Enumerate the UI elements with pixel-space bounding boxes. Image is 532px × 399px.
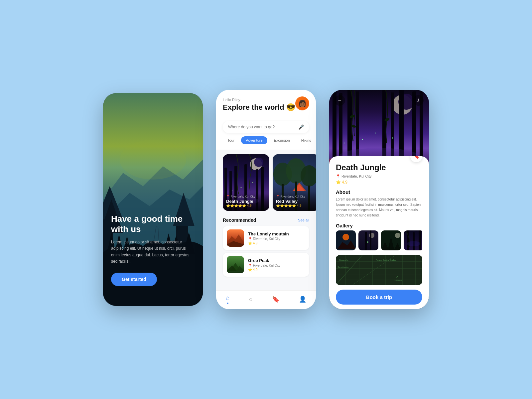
svg-point-26 <box>232 191 233 191</box>
card-overlay: 📍 Riverdale, Kul City Death Jungle ⭐⭐⭐⭐⭐… <box>223 192 269 211</box>
rec-name-1: The Lonely moutain <box>248 231 305 236</box>
svg-text:Constitución: Constitución <box>337 266 348 268</box>
svg-rect-70 <box>365 232 367 250</box>
gallery-title: Gallery <box>336 223 422 228</box>
gallery-row <box>336 230 422 250</box>
search-icon: ○ <box>249 296 253 303</box>
detail-hero: ← ⤴ <box>329 90 429 163</box>
recommended-title: Recommended <box>223 217 256 223</box>
rec-loc-2: 📍 Riverdale, Kul City <box>248 264 305 267</box>
card-red-valley[interactable]: 📍 Riverdale, Kul City Red Valley ⭐⭐⭐⭐⭐ 4… <box>273 154 316 211</box>
detail-topbar: ← ⤴ <box>334 95 424 106</box>
active-indicator <box>227 303 228 304</box>
svg-text:Parque Central Stadium: Parque Central Stadium <box>376 259 397 261</box>
rec-rating-1: ⭐ 4.9 <box>248 241 305 245</box>
onboarding-content: Have a good time with us Lorem ipsum dol… <box>111 214 195 286</box>
place-name: Death Jungle <box>336 163 422 172</box>
svg-point-69 <box>369 233 374 238</box>
share-button[interactable]: ⤴ <box>413 95 424 106</box>
svg-text:BLANQUE...: BLANQUE... <box>394 279 403 281</box>
card-overlay-2: 📍 Riverdale, Kul City Red Valley ⭐⭐⭐⭐⭐ 4… <box>273 192 316 211</box>
nav-home[interactable]: ⌂ <box>226 295 229 304</box>
svg-point-13 <box>120 140 186 180</box>
detail-screen: ← ⤴ 🔖 Death Jungle 📍 Riverdale, Kul City… <box>329 90 429 309</box>
user-avatar[interactable]: 👩🏾 <box>295 96 309 110</box>
card-location-2: 📍 Riverdale, Kul City <box>276 195 316 198</box>
bottom-navbar: ⌂ ○ 🔖 👤 <box>216 290 316 309</box>
book-trip-button[interactable]: Book a trip <box>336 290 422 305</box>
rec-item-lonely-mountain[interactable]: The Lonely moutain 📍 Riverdale, Kul City… <box>223 226 309 250</box>
bookmark-icon: 🔖 <box>272 296 279 303</box>
svg-point-63 <box>392 137 393 139</box>
explore-header: Hello Riley Explore the world 😎 👩🏾 <box>216 90 316 116</box>
profile-icon: 👤 <box>299 296 306 303</box>
card-name-2: Red Valley <box>276 199 316 204</box>
card-name: Death Jungle <box>226 199 266 204</box>
place-rating: ⭐ 4.9 <box>336 180 422 185</box>
svg-text:LA: LA <box>396 276 398 278</box>
phone-onboarding: Have a good time with us Lorem ipsum dol… <box>103 93 203 306</box>
svg-rect-68 <box>358 230 378 250</box>
rec-info-1: The Lonely moutain 📍 Riverdale, Kul City… <box>248 231 305 245</box>
svg-point-72 <box>367 241 368 243</box>
gallery-thumb-4[interactable] <box>404 230 422 250</box>
card-rating-2: ⭐⭐⭐⭐⭐ 4.9 <box>276 204 316 207</box>
search-bar[interactable]: 🎤 <box>223 121 309 133</box>
svg-rect-78 <box>419 230 421 250</box>
place-location: 📍 Riverdale, Kul City <box>336 174 422 179</box>
svg-rect-71 <box>370 230 371 250</box>
svg-point-74 <box>395 233 400 238</box>
mic-icon[interactable]: 🎤 <box>298 124 304 130</box>
tab-adventure[interactable]: Adventure <box>241 136 267 144</box>
gallery-thumb-2[interactable] <box>358 230 378 250</box>
gallery-thumb-1[interactable] <box>336 230 356 250</box>
rec-item-gree-peak[interactable]: Gree Peak 📍 Riverdale, Kul City ⭐ 4.9 <box>223 253 309 277</box>
bookmark-button[interactable]: 🔖 <box>410 156 422 162</box>
tab-tour[interactable]: Tour <box>223 136 239 144</box>
rec-info-2: Gree Peak 📍 Riverdale, Kul City ⭐ 4.9 <box>248 258 305 272</box>
card-death-jungle[interactable]: 📍 Riverdale, Kul City Death Jungle ⭐⭐⭐⭐⭐… <box>223 154 269 211</box>
location-map[interactable]: Cagancha Parque Central Stadium Constitu… <box>336 255 422 285</box>
category-tabs: Tour Adventure Excursion Hiking <box>216 136 316 148</box>
card-location: 📍 Riverdale, Kul City <box>226 195 266 198</box>
search-input[interactable] <box>228 125 298 129</box>
rec-thumb-2 <box>227 256 244 273</box>
explore-screen: Hello Riley Explore the world 😎 👩🏾 🎤 Tou… <box>216 90 316 309</box>
rec-thumb-1 <box>227 229 244 247</box>
hero-background: ← ⤴ <box>329 90 429 163</box>
svg-point-25 <box>252 182 253 183</box>
svg-point-79 <box>407 241 420 246</box>
home-icon: ⌂ <box>226 295 229 302</box>
nav-profile[interactable]: 👤 <box>299 296 306 303</box>
svg-point-24 <box>241 187 242 188</box>
gallery-thumb-3[interactable] <box>381 230 401 250</box>
card-rating: ⭐⭐⭐⭐⭐ 4.9 <box>226 204 266 207</box>
tab-hiking[interactable]: Hiking <box>297 136 316 144</box>
onboarding-title: Have a good time with us <box>111 214 195 234</box>
featured-cards: 📍 Riverdale, Kul City Death Jungle ⭐⭐⭐⭐⭐… <box>216 150 316 214</box>
see-all-link[interactable]: See all <box>298 218 309 222</box>
svg-point-60 <box>362 139 363 140</box>
recommended-section: Recommended See all <box>216 214 316 290</box>
nav-bookmark[interactable]: 🔖 <box>272 296 279 303</box>
svg-point-61 <box>375 133 376 134</box>
nav-search[interactable]: ○ <box>249 296 253 303</box>
get-started-button[interactable]: Get started <box>111 273 157 286</box>
onboarding-description: Lorem ipsum dolor sit amet, consectetur … <box>111 239 195 265</box>
phone-explore: Hello Riley Explore the world 😎 👩🏾 🎤 Tou… <box>216 90 316 309</box>
detail-content: 🔖 Death Jungle 📍 Riverdale, Kul City ⭐ 4… <box>329 156 429 309</box>
recommended-header: Recommended See all <box>223 217 309 223</box>
rec-name-2: Gree Peak <box>248 258 305 263</box>
phone-detail: ← ⤴ 🔖 Death Jungle 📍 Riverdale, Kul City… <box>329 90 429 309</box>
about-title: About <box>336 189 422 195</box>
about-text: Lorem ipsum dolor sit amet, consectetur … <box>336 197 422 218</box>
onboarding-background: Have a good time with us Lorem ipsum dol… <box>103 93 203 306</box>
tab-excursion[interactable]: Excursion <box>269 136 295 144</box>
back-button[interactable]: ← <box>334 95 345 106</box>
rec-loc-1: 📍 Riverdale, Kul City <box>248 237 305 241</box>
svg-point-66 <box>342 234 349 240</box>
svg-text:Cagancha: Cagancha <box>339 259 348 261</box>
svg-point-16 <box>254 158 263 167</box>
svg-point-62 <box>344 143 345 144</box>
rec-rating-2: ⭐ 4.9 <box>248 268 305 272</box>
